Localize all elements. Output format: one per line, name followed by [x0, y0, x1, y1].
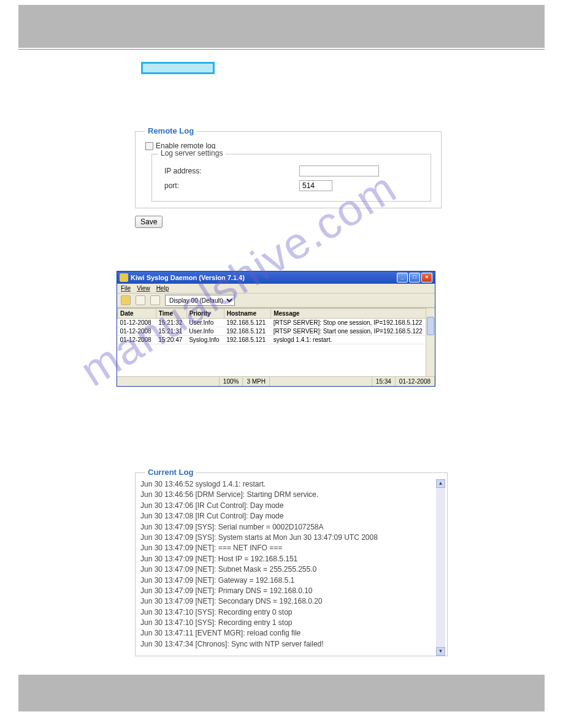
log-entry: Jun 30 13:47:09 [NET]: Gateway = 192.168… [140, 575, 443, 586]
table-row[interactable]: 01-12-200815:20:47Syslog.Info192.168.5.1… [118, 336, 435, 344]
log-entry: Jun 30 13:47:09 [NET]: Secondary DNS = 1… [140, 596, 443, 607]
toolbar-icon-1[interactable] [136, 295, 145, 305]
cell-hostname: 192.168.5.121 [224, 336, 270, 344]
log-entry: Jun 30 13:47:09 [NET]: Host IP = 192.168… [140, 554, 443, 564]
remote-log-title: Remote Log [145, 126, 196, 135]
kiwi-app-icon [120, 273, 128, 282]
cell-date: 01-12-2008 [118, 327, 156, 336]
log-entry: Jun 30 13:47:06 [IR Cut Control]: Day mo… [140, 501, 443, 511]
current-log-list: Jun 30 13:46:52 syslogd 1.4.1: restart.J… [136, 479, 447, 650]
cell-hostname: 192.168.5.121 [224, 319, 270, 327]
table-row[interactable]: 01-12-200815:21:31User.Info192.168.5.121… [118, 327, 435, 336]
save-button[interactable]: Save [135, 216, 163, 228]
log-entry: Jun 30 13:46:56 [DRM Service]: Starting … [140, 490, 443, 500]
kiwi-menubar: File View Help [117, 284, 435, 294]
kiwi-scroll-thumb[interactable] [427, 317, 434, 335]
page-header-bar [18, 5, 545, 48]
status-date: 01-12-2008 [396, 377, 435, 386]
cell-time: 15:21:31 [156, 327, 186, 336]
log-entry: Jun 30 13:47:10 [SYS]: Recording entry 1… [140, 618, 443, 628]
col-hostname[interactable]: Hostname [224, 309, 270, 319]
col-message[interactable]: Message [271, 309, 435, 319]
minimize-button[interactable]: _ [397, 273, 408, 282]
port-input[interactable] [299, 180, 332, 191]
cell-hostname: 192.168.5.121 [224, 327, 270, 336]
current-log-panel: Current Log Jun 30 13:46:52 syslogd 1.4.… [135, 472, 448, 656]
menu-help[interactable]: Help [156, 285, 169, 292]
display-select[interactable]: Display 00 (Default) [165, 295, 235, 306]
maximize-button[interactable]: □ [409, 273, 420, 282]
log-entry: Jun 30 13:46:52 syslogd 1.4.1: restart. [140, 479, 443, 490]
log-server-settings-legend: Log server settings [158, 149, 225, 157]
col-priority[interactable]: Priority [186, 309, 224, 319]
remote-log-panel: Remote Log Enable remote log Log server … [135, 131, 442, 208]
log-server-settings-fieldset: Log server settings IP address: port: [151, 154, 431, 202]
highlight-box [141, 62, 215, 74]
log-entry: Jun 30 13:47:09 [NET]: Subnet Mask = 255… [140, 564, 443, 575]
log-entry: Jun 30 13:47:09 [SYS]: Serial number = 0… [140, 522, 443, 533]
scroll-up-icon[interactable]: ▲ [436, 479, 445, 488]
log-entry: Jun 30 13:47:34 [Chronos]: Sync with NTP… [140, 639, 443, 650]
scroll-track[interactable] [436, 488, 445, 647]
log-entry: Jun 30 13:47:09 [SYS]: System starts at … [140, 533, 443, 543]
menu-view[interactable]: View [137, 285, 150, 292]
current-log-scrollbar[interactable]: ▲ ▼ [436, 479, 445, 656]
kiwi-toolbar: Display 00 (Default) [117, 294, 435, 308]
scroll-down-icon[interactable]: ▼ [436, 647, 445, 656]
current-log-title: Current Log [145, 468, 196, 477]
cell-message: [RTSP SERVER]: Stop one session, IP=192.… [271, 319, 435, 327]
ip-address-input[interactable] [299, 165, 379, 176]
kiwi-titlebar: Kiwi Syslog Daemon (Version 7.1.4) _ □ × [117, 271, 435, 284]
cell-message: syslogd 1.4.1: restart. [271, 336, 435, 344]
lock-icon[interactable] [121, 295, 131, 305]
cell-date: 01-12-2008 [118, 336, 156, 344]
page-footer-bar [18, 675, 545, 711]
log-entry: Jun 30 13:47:09 [NET]: Primary DNS = 192… [140, 586, 443, 596]
status-pct: 100% [220, 377, 243, 386]
cell-priority: User.Info [186, 327, 224, 336]
log-entry: Jun 30 13:47:09 [NET]: === NET INFO === [140, 543, 443, 553]
cell-date: 01-12-2008 [118, 319, 156, 327]
close-button[interactable]: × [421, 273, 432, 282]
enable-remote-log-checkbox[interactable] [145, 142, 153, 150]
kiwi-statusbar: 100% 3 MPH 15:34 01-12-2008 [117, 376, 435, 386]
kiwi-syslog-window: Kiwi Syslog Daemon (Version 7.1.4) _ □ ×… [117, 271, 435, 387]
cell-message: [RTSP SERVER]: Start one session, IP=192… [271, 327, 435, 336]
cell-time: 15:20:47 [156, 336, 186, 344]
kiwi-scrollbar[interactable] [426, 308, 435, 376]
ip-address-label: IP address: [164, 167, 299, 175]
cell-priority: User.Info [186, 319, 224, 327]
kiwi-log-grid: Date Time Priority Hostname Message 01-1… [117, 308, 435, 376]
status-mph: 3 MPH [243, 377, 270, 386]
table-row[interactable]: 01-12-200815:21:32User.Info192.168.5.121… [118, 319, 435, 327]
cell-time: 15:21:32 [156, 319, 186, 327]
status-time: 15:34 [372, 377, 396, 386]
kiwi-window-title: Kiwi Syslog Daemon (Version 7.1.4) [131, 274, 245, 281]
col-date[interactable]: Date [118, 309, 156, 319]
menu-file[interactable]: File [121, 285, 131, 292]
log-entry: Jun 30 13:47:11 [EVENT MGR]: reload conf… [140, 628, 443, 639]
port-label: port: [164, 181, 299, 190]
toolbar-icon-2[interactable] [150, 295, 160, 305]
col-time[interactable]: Time [156, 309, 186, 319]
cell-priority: Syslog.Info [186, 336, 224, 344]
log-entry: Jun 30 13:47:10 [SYS]: Recording entry 0… [140, 607, 443, 618]
log-entry: Jun 30 13:47:08 [IR Cut Control]: Day mo… [140, 511, 443, 521]
